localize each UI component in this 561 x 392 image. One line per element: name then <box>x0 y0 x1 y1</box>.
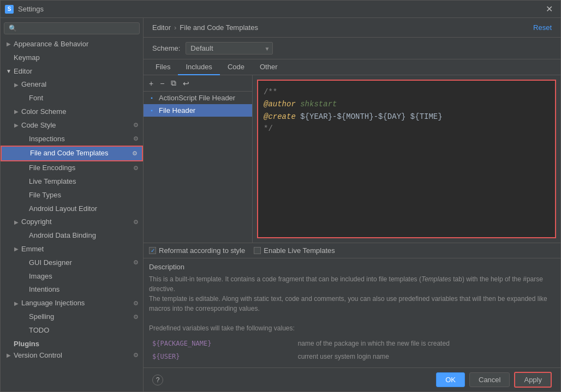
ok-button[interactable]: OK <box>436 372 465 387</box>
settings-icon: ⚙ <box>133 164 139 173</box>
sidebar-item-file-encodings[interactable]: ▶ File Encodings ⚙ <box>1 161 143 175</box>
breadcrumb-current: File and Code Templates <box>180 23 258 32</box>
breadcrumb-separator: › <box>174 23 176 32</box>
expand-arrow-icon: ▶ <box>13 219 20 226</box>
scheme-row: Scheme: Default Project ▼ <box>144 38 560 59</box>
copy-template-button[interactable]: ⧉ <box>169 77 178 89</box>
expand-arrow-icon: ▶ <box>13 122 20 129</box>
sidebar-item-version-control[interactable]: ▶ Version Control ⚙ <box>1 349 143 363</box>
search-input[interactable] <box>4 22 140 34</box>
table-row: ${USER} current user system login name <box>150 351 554 363</box>
sidebar-item-general[interactable]: ▶ General <box>1 78 143 92</box>
settings-icon: ⚙ <box>133 299 139 309</box>
sidebar-item-plugins[interactable]: ▶ Plugins <box>1 337 143 349</box>
settings-icon: ⚙ <box>133 120 139 130</box>
scheme-select-wrapper: Default Project ▼ <box>186 42 273 55</box>
sidebar-item-file-and-code-templates[interactable]: ▶ File and Code Templates ⚙ <box>1 146 143 161</box>
code-editor: /** @author shkstart @create ${YEAR}-${M… <box>253 75 560 243</box>
var-name: ${USER} <box>150 351 295 363</box>
scheme-select[interactable]: Default Project <box>186 42 273 55</box>
var-name: ${PACKAGE_NAME} <box>150 337 295 349</box>
title-bar: S Settings ✕ <box>1 1 560 18</box>
file-icon: ▪ <box>148 94 156 102</box>
sidebar-item-code-style[interactable]: ▶ Code Style ⚙ <box>1 119 143 132</box>
sidebar: ▶ Appearance & Behavior ▶ Keymap ▼ Edito… <box>1 18 144 391</box>
tab-code[interactable]: Code <box>220 59 252 75</box>
settings-icon: ⚙ <box>132 149 138 159</box>
sidebar-item-spelling[interactable]: ▶ Spelling ⚙ <box>1 310 143 324</box>
app-icon: S <box>5 5 14 14</box>
var-desc: current user system login name <box>296 351 554 363</box>
checkbox-row: ✓ Reformat according to style Enable Liv… <box>144 243 560 258</box>
scheme-label: Scheme: <box>152 44 180 52</box>
sidebar-item-color-scheme[interactable]: ▶ Color Scheme <box>1 105 143 119</box>
live-templates-checkbox[interactable] <box>254 247 261 254</box>
list-item[interactable]: ▪ File Header <box>144 104 252 117</box>
apply-button[interactable]: Apply <box>514 372 552 388</box>
code-author-value: shkstart <box>300 100 337 108</box>
breadcrumb-bar: Editor › File and Code Templates Reset <box>144 18 560 38</box>
sidebar-item-keymap[interactable]: ▶ Keymap <box>1 51 143 65</box>
live-templates-checkbox-label[interactable]: Enable Live Templates <box>254 246 335 255</box>
file-list: + − ⧉ ↩ ▪ ActionScript File Header ▪ Fil… <box>144 75 253 243</box>
settings-icon: ⚙ <box>133 258 139 268</box>
var-desc: name of the package in which the new fil… <box>296 337 554 349</box>
settings-icon: ⚙ <box>133 312 139 322</box>
reset-button[interactable]: Reset <box>533 23 552 32</box>
list-item[interactable]: ▪ ActionScript File Header <box>144 92 252 104</box>
footer: ? OK Cancel Apply <box>144 367 560 391</box>
tab-files[interactable]: Files <box>148 59 178 75</box>
description-area: Description This is a built-in template.… <box>144 258 560 367</box>
bottom-options: ✓ Reformat according to style Enable Liv… <box>144 243 560 367</box>
description-text: This is a built-in template. It contains… <box>149 274 555 364</box>
code-create-tag: @create <box>264 112 296 121</box>
close-button[interactable]: ✕ <box>542 3 556 15</box>
right-panel: Editor › File and Code Templates Reset S… <box>144 18 560 391</box>
expand-arrow-icon: ▶ <box>5 352 13 359</box>
settings-icon: ⚙ <box>133 134 139 144</box>
expand-arrow-icon: ▶ <box>13 81 20 89</box>
description-title: Description <box>149 263 555 271</box>
file-icon: ▪ <box>148 107 156 114</box>
tab-includes[interactable]: Includes <box>178 59 219 75</box>
file-list-toolbar: + − ⧉ ↩ <box>144 75 252 92</box>
breadcrumb-parent: Editor <box>152 23 171 32</box>
cancel-button[interactable]: Cancel <box>469 372 510 387</box>
expand-arrow-icon: ▶ <box>13 245 20 253</box>
settings-window: S Settings ✕ ▶ Appearance & Behavior ▶ K… <box>0 0 561 392</box>
sidebar-item-todo[interactable]: ▶ TODO <box>1 324 143 337</box>
sidebar-item-intentions[interactable]: ▶ Intentions <box>1 283 143 297</box>
sidebar-item-gui-designer[interactable]: ▶ GUI Designer ⚙ <box>1 256 143 270</box>
variables-table: ${PACKAGE_NAME} name of the package in w… <box>149 336 555 364</box>
remove-template-button[interactable]: − <box>158 78 166 89</box>
code-area[interactable]: /** @author shkstart @create ${YEAR}-${M… <box>257 80 556 238</box>
code-author-tag: @author <box>264 100 296 108</box>
table-row: ${PACKAGE_NAME} name of the package in w… <box>150 337 554 349</box>
expand-arrow-icon: ▶ <box>13 300 20 307</box>
sidebar-item-inspections[interactable]: ▶ Inspections ⚙ <box>1 132 143 146</box>
expand-arrow-icon: ▼ <box>5 68 13 75</box>
tabs-bar: Files Includes Code Other <box>144 59 560 75</box>
undo-template-button[interactable]: ↩ <box>181 78 192 89</box>
add-template-button[interactable]: + <box>147 78 156 89</box>
sidebar-item-appearance[interactable]: ▶ Appearance & Behavior <box>1 38 143 51</box>
template-area: + − ⧉ ↩ ▪ ActionScript File Header ▪ Fil… <box>144 75 560 243</box>
code-line-1: /** <box>264 88 277 97</box>
expand-arrow-icon: ▶ <box>13 108 20 116</box>
sidebar-item-copyright[interactable]: ▶ Copyright ⚙ <box>1 215 143 229</box>
sidebar-item-language-injections[interactable]: ▶ Language Injections ⚙ <box>1 297 143 310</box>
sidebar-item-emmet[interactable]: ▶ Emmet <box>1 243 143 256</box>
help-button[interactable]: ? <box>152 375 163 385</box>
sidebar-item-android-layout-editor[interactable]: ▶ Android Layout Editor <box>1 202 143 216</box>
sidebar-item-font[interactable]: ▶ Font <box>1 92 143 105</box>
sidebar-item-live-templates[interactable]: ▶ Live Templates <box>1 175 143 189</box>
sidebar-item-images[interactable]: ▶ Images <box>1 270 143 284</box>
reformat-checkbox[interactable]: ✓ <box>149 247 156 254</box>
tab-other[interactable]: Other <box>252 59 285 75</box>
settings-icon: ⚙ <box>133 351 139 360</box>
window-title: Settings <box>18 5 542 13</box>
reformat-checkbox-label[interactable]: ✓ Reformat according to style <box>149 246 245 255</box>
sidebar-item-file-types[interactable]: ▶ File Types <box>1 189 143 202</box>
sidebar-item-editor[interactable]: ▼ Editor <box>1 65 143 79</box>
sidebar-item-android-data-binding[interactable]: ▶ Android Data Binding <box>1 229 143 243</box>
